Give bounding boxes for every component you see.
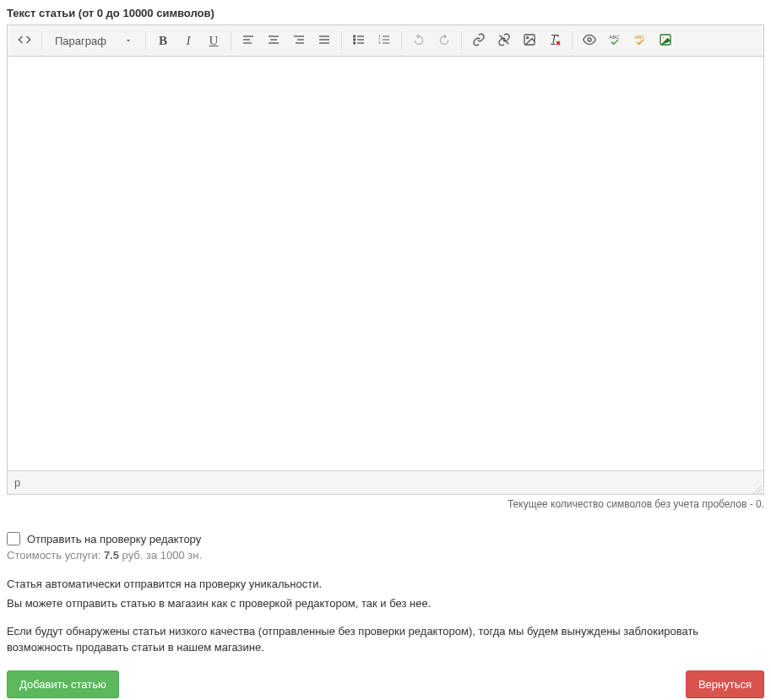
- toolbar-separator: [572, 31, 573, 50]
- spellcheck-button[interactable]: ABC: [603, 29, 627, 52]
- toolbar-separator: [401, 31, 402, 50]
- info-line-1: Статья автоматически отправится на прове…: [7, 577, 764, 593]
- italic-button[interactable]: I: [176, 29, 200, 52]
- char-counter: Текущее количество символов без учета пр…: [7, 498, 764, 510]
- align-center-icon: [267, 33, 280, 49]
- char-count-suffix: .: [762, 498, 764, 510]
- align-left-icon: [242, 33, 255, 49]
- clear-formatting-button[interactable]: [543, 29, 567, 52]
- svg-point-34: [663, 36, 665, 38]
- format-select-label: Параграф: [55, 35, 106, 47]
- svg-text:3: 3: [378, 41, 381, 45]
- svg-text:ABC: ABC: [634, 35, 645, 40]
- underline-icon: U: [209, 34, 219, 48]
- toolbar-separator: [461, 31, 462, 50]
- button-row: Добавить статью Вернуться: [7, 670, 764, 698]
- numbered-list-button[interactable]: 123: [372, 29, 396, 52]
- svg-point-13: [354, 39, 356, 41]
- underline-button[interactable]: U: [202, 29, 225, 52]
- link-icon: [472, 33, 486, 49]
- editor-statusbar: p: [8, 470, 763, 494]
- format-select[interactable]: Параграф: [47, 30, 140, 52]
- undo-button[interactable]: [407, 29, 431, 52]
- back-button[interactable]: Вернуться: [686, 670, 764, 698]
- bold-icon: B: [159, 34, 167, 48]
- insert-media-button[interactable]: [654, 29, 677, 52]
- spellcheck-icon: ABC: [608, 33, 622, 49]
- spellcheck-active-icon: ABC: [633, 33, 647, 49]
- remove-link-button[interactable]: [492, 29, 516, 52]
- redo-icon: [437, 33, 451, 49]
- align-right-icon: [292, 33, 306, 49]
- svg-point-14: [354, 42, 356, 44]
- field-label: Текст статьи (от 0 до 10000 символов): [7, 7, 764, 19]
- undo-icon: [412, 33, 426, 49]
- editor-review-checkbox[interactable]: [7, 532, 20, 545]
- svg-point-30: [588, 38, 591, 41]
- toolbar-separator: [341, 31, 342, 50]
- redo-button[interactable]: [432, 29, 456, 52]
- char-count-label: Текущее количество символов без учета пр…: [508, 498, 756, 510]
- image-icon: [523, 33, 536, 49]
- svg-point-26: [527, 36, 529, 38]
- editor-review-label[interactable]: Отправить на проверку редактору: [27, 533, 201, 545]
- add-article-button[interactable]: Добавить статью: [7, 670, 119, 698]
- code-icon: [18, 33, 31, 49]
- cost-suffix: руб. за 1000 зн.: [119, 549, 202, 562]
- svg-point-12: [354, 35, 356, 37]
- toolbar-separator: [145, 31, 146, 50]
- insert-link-button[interactable]: [467, 29, 491, 52]
- align-center-button[interactable]: [262, 29, 285, 52]
- editor-textarea[interactable]: [8, 57, 763, 470]
- preview-button[interactable]: [578, 29, 601, 52]
- cost-prefix: Стоимость услуги:: [7, 549, 104, 562]
- insert-image-button[interactable]: [518, 29, 541, 52]
- align-right-button[interactable]: [287, 29, 311, 52]
- info-line-2: Вы можете отправить статью в магазин как…: [7, 596, 764, 612]
- cost-price: 7.5: [104, 549, 119, 562]
- clear-format-icon: [548, 33, 562, 49]
- numbered-list-icon: 123: [377, 33, 391, 49]
- toolbar-separator: [41, 31, 42, 50]
- editor-toolbar: Параграф B I U: [8, 25, 763, 57]
- align-justify-icon: [318, 33, 331, 49]
- toolbar-separator: [231, 31, 231, 50]
- warning-line: Если будут обнаружены статьи низкого кач…: [7, 624, 764, 656]
- info-text: Статья автоматически отправится на прове…: [7, 577, 764, 612]
- italic-icon: I: [187, 34, 191, 48]
- svg-text:ABC: ABC: [609, 35, 620, 40]
- source-code-button[interactable]: [13, 29, 36, 52]
- picture-icon: [659, 33, 672, 49]
- align-left-button[interactable]: [236, 29, 260, 52]
- align-justify-button[interactable]: [312, 29, 336, 52]
- warning-text: Если будут обнаружены статьи низкого кач…: [7, 624, 764, 656]
- unlink-icon: [497, 33, 511, 49]
- element-path[interactable]: p: [14, 476, 20, 489]
- bullet-list-icon: [352, 33, 366, 49]
- resize-grip[interactable]: [753, 484, 762, 492]
- eye-icon: [583, 33, 596, 49]
- chevron-down-icon: [124, 35, 133, 47]
- rich-text-editor: Параграф B I U: [7, 24, 764, 495]
- bold-button[interactable]: B: [151, 29, 175, 52]
- char-count-value: 0: [756, 498, 762, 510]
- bullet-list-button[interactable]: [347, 29, 371, 52]
- spellcheck-toggle-button[interactable]: ABC: [628, 29, 652, 52]
- service-cost: Стоимость услуги: 7.5 руб. за 1000 зн.: [7, 549, 764, 562]
